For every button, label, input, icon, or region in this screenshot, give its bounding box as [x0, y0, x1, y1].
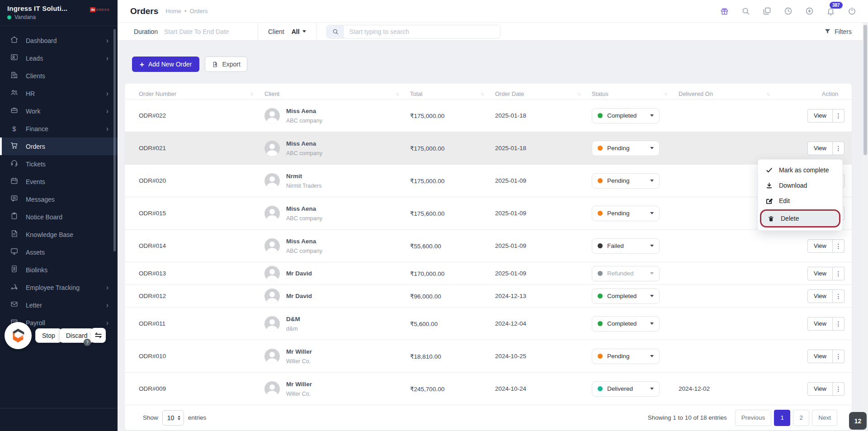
next-page-button[interactable]: Next: [812, 410, 837, 426]
toolbar: + Add New Order Export: [132, 57, 852, 72]
more-options-button[interactable]: ⋮: [833, 382, 844, 396]
more-options-button[interactable]: ⋮: [833, 267, 844, 280]
view-button[interactable]: View: [807, 317, 833, 331]
client-dropdown[interactable]: All: [292, 28, 306, 35]
status-dropdown[interactable]: Refunded: [592, 266, 660, 281]
client-company: Willer Co.: [286, 358, 312, 365]
sidebar-item-leads[interactable]: Leads ›: [0, 49, 118, 67]
client-name[interactable]: Miss Aena: [286, 205, 322, 212]
sidebar-item-assets[interactable]: Assets: [0, 243, 118, 261]
column-header-client[interactable]: Client↑↓: [264, 90, 410, 97]
notes-icon[interactable]: [761, 6, 772, 17]
client-name[interactable]: Miss Aena: [286, 238, 322, 245]
column-header-total[interactable]: Total↑↓: [410, 90, 495, 97]
chevron-right-icon: ›: [106, 90, 108, 97]
more-options-button[interactable]: ⋮: [833, 350, 844, 363]
sidebar-item-finance[interactable]: $ Finance ›: [0, 120, 118, 137]
view-button[interactable]: View: [807, 289, 833, 303]
sidebar-item-events[interactable]: Events: [0, 173, 118, 190]
help-icon[interactable]: ?: [84, 339, 91, 346]
duration-input[interactable]: [164, 28, 248, 35]
previous-page-button[interactable]: Previous: [735, 410, 772, 426]
more-options-button[interactable]: ⋮: [833, 289, 844, 303]
order-number: ODR#022: [139, 112, 264, 119]
delete-menu-item[interactable]: Delete: [760, 209, 840, 227]
sidebar-item-hr[interactable]: HR ›: [0, 85, 118, 102]
status-dropdown[interactable]: Pending: [592, 173, 660, 189]
client-name[interactable]: Miss Aena: [286, 108, 322, 114]
client-name[interactable]: Mr Willer: [286, 381, 312, 388]
client-name[interactable]: Mr Willer: [286, 348, 312, 355]
scrollbar-thumb[interactable]: [863, 25, 867, 155]
status-dropdown[interactable]: Delivered: [592, 381, 660, 397]
sidebar-item-messages[interactable]: Messages: [0, 190, 118, 208]
view-button[interactable]: View: [807, 109, 833, 123]
more-options-button[interactable]: ⋮: [833, 317, 844, 331]
sidebar-item-employee-tracking[interactable]: Employee Tracking ›: [0, 279, 118, 296]
client-name[interactable]: Mr David: [286, 270, 312, 277]
sidebar-item-dashboard[interactable]: Dashboard ›: [0, 32, 118, 49]
sidebar-item-notice-board[interactable]: Notice Board: [0, 208, 118, 226]
sort-icon[interactable]: ↑↓: [396, 91, 398, 96]
mark-as-complete-menu-item[interactable]: Mark as complete: [758, 162, 842, 178]
download-menu-item[interactable]: Download: [758, 178, 842, 193]
gift-icon[interactable]: [719, 6, 730, 17]
status-dropdown[interactable]: Completed: [592, 289, 660, 304]
add-new-order-button[interactable]: + Add New Order: [132, 57, 199, 72]
sidebar-item-tickets[interactable]: Tickets: [0, 155, 118, 173]
export-button[interactable]: Export: [205, 57, 247, 72]
filters-button[interactable]: Filters: [824, 28, 852, 35]
status-dropdown[interactable]: Pending: [592, 206, 660, 221]
client-name[interactable]: Mr David: [286, 293, 312, 299]
history-clock-icon[interactable]: [783, 6, 793, 17]
column-header-delivered-on[interactable]: Delivered On↑↓: [679, 90, 781, 97]
power-icon[interactable]: [846, 6, 857, 17]
status-dropdown[interactable]: Failed: [592, 238, 660, 254]
sort-icon[interactable]: ↑↓: [766, 91, 769, 96]
view-button[interactable]: View: [807, 382, 833, 396]
breadcrumb-home[interactable]: Home: [165, 8, 181, 14]
sidebar-item-clients[interactable]: Clients: [0, 67, 118, 85]
stop-button[interactable]: Stop: [35, 328, 62, 343]
page-scrollbar[interactable]: [863, 23, 868, 431]
sort-icon[interactable]: ↑↓: [250, 91, 253, 96]
search-input[interactable]: [344, 25, 500, 38]
search-icon[interactable]: [740, 6, 751, 17]
page-size-select[interactable]: 10: [162, 410, 184, 426]
sort-icon[interactable]: ↑↓: [481, 91, 483, 96]
sidebar-item-knowledge-base[interactable]: Knowledge Base: [0, 226, 118, 243]
sort-icon[interactable]: ↑↓: [664, 91, 667, 96]
add-circle-icon[interactable]: [804, 6, 815, 17]
column-header-status[interactable]: Status↑↓: [592, 90, 679, 97]
sort-icon[interactable]: ↑↓: [577, 91, 580, 96]
client-name[interactable]: Miss Aena: [286, 140, 322, 147]
sidebar-item-letter[interactable]: Letter ›: [0, 296, 118, 314]
view-button[interactable]: View: [807, 239, 833, 253]
sidebar-item-biolinks[interactable]: Biolinks: [0, 261, 118, 279]
more-options-button[interactable]: ⋮: [833, 142, 844, 155]
view-button[interactable]: View: [807, 142, 833, 155]
notifications-bell-icon[interactable]: 387: [825, 6, 836, 17]
more-options-button[interactable]: ⋮: [833, 239, 844, 253]
view-button[interactable]: View: [807, 350, 833, 363]
swap-button[interactable]: [91, 328, 106, 343]
client-name[interactable]: D&M: [286, 316, 300, 322]
recorder-logo[interactable]: [5, 322, 32, 349]
status-dropdown[interactable]: Completed: [592, 108, 660, 123]
sidebar-scrollbar[interactable]: [113, 29, 116, 251]
status-dropdown[interactable]: Pending: [592, 349, 660, 364]
edit-menu-item[interactable]: Edit: [758, 193, 842, 208]
status-dropdown[interactable]: Completed: [592, 316, 660, 332]
recorder-logo-icon: [9, 327, 27, 344]
page-2-button[interactable]: 2: [793, 410, 809, 426]
column-header-order-date[interactable]: Order Date↑↓: [495, 90, 592, 97]
more-options-button[interactable]: ⋮: [833, 109, 844, 123]
more-options-icon: ⋮: [835, 320, 842, 327]
view-button[interactable]: View: [807, 267, 833, 280]
client-name[interactable]: Nrmit: [286, 173, 321, 180]
status-dropdown[interactable]: Pending: [592, 141, 660, 156]
sidebar-item-work[interactable]: Work ›: [0, 102, 118, 120]
page-1-button[interactable]: 1: [774, 410, 790, 426]
sidebar-item-orders[interactable]: Orders: [0, 137, 118, 155]
column-header-order-number[interactable]: Order Number↑↓: [139, 90, 264, 97]
